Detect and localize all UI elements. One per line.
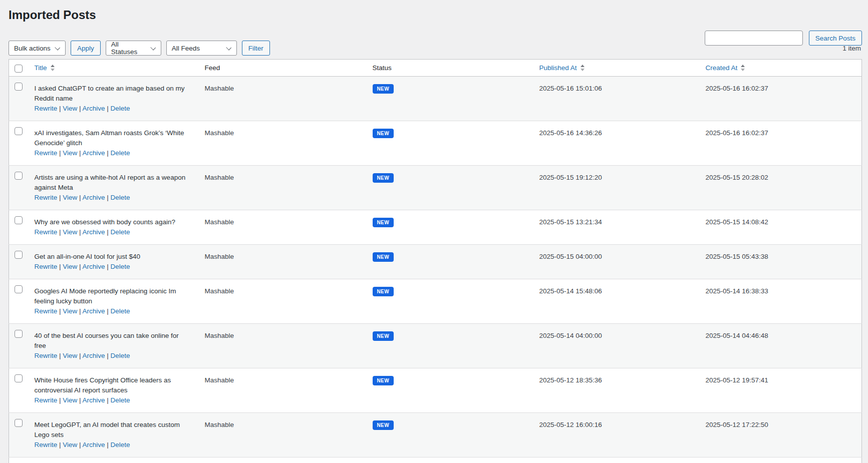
post-feed: Mashable (200, 77, 368, 121)
published-at: 2025-05-14 15:48:06 (534, 279, 701, 324)
row-checkbox[interactable] (15, 285, 23, 293)
status-badge: NEW (373, 287, 394, 296)
action-delete-link[interactable]: Delete (111, 149, 130, 157)
action-archive-link[interactable]: Archive (83, 105, 105, 112)
select-all-checkbox[interactable] (15, 65, 23, 73)
action-rewrite-link[interactable]: Rewrite (35, 307, 58, 315)
created-at: 2025-05-16 16:02:37 (701, 121, 862, 166)
row-checkbox[interactable] (15, 83, 23, 91)
action-separator: | (57, 149, 63, 157)
feed-filter-select[interactable]: All Feeds (166, 41, 237, 56)
action-view-link[interactable]: View (63, 307, 77, 315)
row-checkbox[interactable] (15, 419, 23, 427)
action-view-link[interactable]: View (63, 105, 77, 112)
row-actions: Rewrite | View | Archive | Delete (35, 395, 195, 405)
action-separator: | (77, 194, 82, 201)
action-view-link[interactable]: View (63, 263, 77, 270)
published-at: 2025-05-14 04:00:00 (534, 324, 701, 368)
published-at: 2025-05-15 13:21:34 (534, 210, 701, 245)
apply-button[interactable]: Apply (71, 41, 101, 56)
action-archive-link[interactable]: Archive (83, 307, 105, 315)
action-delete-link[interactable]: Delete (111, 352, 130, 359)
action-view-link[interactable]: View (63, 352, 77, 359)
created-at: 2025-05-16 16:02:37 (701, 77, 862, 121)
action-rewrite-link[interactable]: Rewrite (35, 263, 58, 270)
filter-button[interactable]: Filter (242, 41, 270, 56)
action-delete-link[interactable]: Delete (111, 105, 130, 112)
search-input[interactable] (705, 31, 803, 46)
post-title: White House fires Copyright Office leade… (35, 375, 191, 395)
created-at: 2025-05-15 05:43:38 (701, 245, 862, 279)
post-title: Artists are using a white-hot AI report … (35, 173, 191, 193)
action-archive-link[interactable]: Archive (83, 149, 105, 157)
action-view-link[interactable]: View (63, 396, 77, 404)
action-rewrite-link[interactable]: Rewrite (35, 105, 58, 112)
sort-by-published-link[interactable]: Published At (539, 64, 585, 72)
action-delete-link[interactable]: Delete (111, 194, 130, 201)
action-separator: | (105, 352, 111, 359)
row-checkbox[interactable] (15, 127, 23, 135)
chevron-down-icon (150, 45, 156, 51)
action-view-link[interactable]: View (63, 149, 77, 157)
action-separator: | (57, 307, 63, 315)
action-delete-link[interactable]: Delete (111, 228, 130, 236)
action-separator: | (77, 228, 82, 236)
action-separator: | (77, 441, 82, 448)
action-rewrite-link[interactable]: Rewrite (35, 352, 58, 359)
row-actions: Rewrite | View | Archive | Delete (35, 351, 195, 361)
published-at: 2025-05-12 18:35:36 (534, 368, 701, 413)
action-delete-link[interactable]: Delete (111, 441, 130, 448)
sort-by-title-link[interactable]: Title (35, 64, 55, 72)
post-feed: AI GPT Journal (200, 457, 368, 463)
action-archive-link[interactable]: Archive (83, 194, 105, 201)
column-header-feed: Feed (200, 60, 368, 77)
row-checkbox[interactable] (15, 216, 23, 224)
action-view-link[interactable]: View (63, 441, 77, 448)
action-rewrite-link[interactable]: Rewrite (35, 396, 58, 404)
post-title: Meet LegoGPT, an AI model that creates c… (35, 420, 191, 440)
bulk-actions-select[interactable]: Bulk actions (9, 41, 66, 56)
row-checkbox[interactable] (15, 330, 23, 338)
action-rewrite-link[interactable]: Rewrite (35, 194, 58, 201)
action-separator: | (105, 194, 111, 201)
action-archive-link[interactable]: Archive (83, 352, 105, 359)
table-row: xAI investigates, Sam Altman roasts Grok… (9, 121, 862, 166)
published-at: 2025-05-12 00:56:09 (534, 457, 701, 463)
row-checkbox[interactable] (15, 172, 23, 180)
action-separator: | (57, 352, 63, 359)
action-rewrite-link[interactable]: Rewrite (35, 149, 58, 157)
action-archive-link[interactable]: Archive (83, 396, 105, 404)
action-delete-link[interactable]: Delete (111, 307, 130, 315)
created-at: 2025-05-14 04:46:48 (701, 324, 862, 368)
page-title: Imported Posts (9, 7, 862, 23)
action-separator: | (77, 307, 82, 315)
action-separator: | (77, 396, 82, 404)
action-delete-link[interactable]: Delete (111, 396, 130, 404)
action-view-link[interactable]: View (63, 194, 77, 201)
action-rewrite-link[interactable]: Rewrite (35, 441, 58, 448)
sort-by-created-link[interactable]: Created At (706, 64, 745, 72)
search-posts-button[interactable]: Search Posts (809, 31, 862, 46)
status-badge: NEW (373, 252, 394, 262)
action-separator: | (105, 307, 111, 315)
status-filter-select[interactable]: All Statuses (106, 41, 161, 56)
action-archive-link[interactable]: Archive (83, 441, 105, 448)
action-archive-link[interactable]: Archive (83, 228, 105, 236)
action-delete-link[interactable]: Delete (111, 263, 130, 270)
row-checkbox[interactable] (15, 374, 23, 382)
sort-arrows-icon (741, 65, 745, 71)
action-separator: | (57, 263, 63, 270)
action-separator: | (105, 149, 111, 157)
published-at: 2025-05-16 15:01:06 (534, 77, 701, 121)
status-badge: NEW (373, 420, 394, 430)
row-actions: Rewrite | View | Archive | Delete (35, 306, 195, 316)
published-at: 2025-05-12 16:00:16 (534, 413, 701, 457)
action-archive-link[interactable]: Archive (83, 263, 105, 270)
post-title: Googles AI Mode reportedly replacing ico… (35, 286, 191, 306)
row-actions: Rewrite | View | Archive | Delete (35, 193, 195, 203)
row-actions: Rewrite | View | Archive | Delete (35, 148, 195, 158)
action-rewrite-link[interactable]: Rewrite (35, 228, 58, 236)
row-checkbox[interactable] (15, 251, 23, 259)
action-view-link[interactable]: View (63, 228, 77, 236)
table-row: Meet LegoGPT, an AI model that creates c… (9, 413, 862, 457)
